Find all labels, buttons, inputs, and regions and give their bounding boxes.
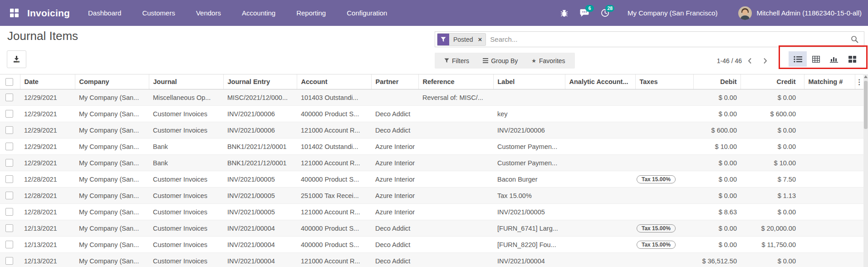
row-checkbox[interactable] bbox=[5, 257, 13, 265]
cell-label: [FURN_6741] Larg... bbox=[493, 220, 565, 237]
nav-item-customers[interactable]: Customers bbox=[142, 9, 175, 17]
column-header-company[interactable]: Company bbox=[75, 74, 149, 89]
app-title[interactable]: Invoicing bbox=[27, 8, 70, 19]
nav-item-accounting[interactable]: Accounting bbox=[242, 9, 275, 17]
search-input[interactable]: Search... bbox=[490, 35, 851, 43]
apps-menu-icon[interactable] bbox=[6, 5, 22, 21]
cell-matching bbox=[804, 188, 855, 204]
row-checkbox[interactable] bbox=[5, 208, 13, 216]
column-header-journal[interactable]: Journal bbox=[149, 74, 223, 89]
kanban-view-button[interactable] bbox=[843, 51, 861, 67]
cell-taxes bbox=[635, 204, 693, 220]
table-row[interactable]: 12/28/2021My Company (San...Customer Inv… bbox=[0, 188, 863, 204]
cell-label bbox=[493, 89, 565, 106]
pager-previous-icon[interactable] bbox=[742, 53, 757, 69]
row-checkbox[interactable] bbox=[5, 159, 13, 167]
cell-partner: Azure Interior bbox=[371, 155, 418, 171]
search-icon[interactable] bbox=[851, 35, 858, 43]
cell-label: Customer Paymen... bbox=[493, 138, 565, 155]
cell-journal: Miscellaneous Op... bbox=[149, 89, 223, 106]
table-row[interactable]: 12/28/2021My Company (San...Customer Inv… bbox=[0, 204, 863, 220]
column-header-account[interactable]: Account bbox=[297, 74, 371, 89]
column-header-taxes[interactable]: Taxes bbox=[635, 74, 693, 89]
vertical-scrollbar[interactable] bbox=[863, 74, 868, 267]
table-row[interactable]: 12/29/2021My Company (San...Miscellaneou… bbox=[0, 89, 863, 106]
table-row[interactable]: 12/29/2021My Company (San...BankBNK1/202… bbox=[0, 155, 863, 171]
optional-columns-toggle-icon[interactable]: ⋮ bbox=[855, 74, 863, 89]
row-checkbox[interactable] bbox=[5, 224, 13, 232]
row-checkbox[interactable] bbox=[5, 126, 13, 134]
select-all-checkbox[interactable] bbox=[5, 78, 13, 86]
messages-icon[interactable]: 6 bbox=[580, 9, 589, 17]
cell-reference bbox=[418, 122, 493, 138]
favorites-button[interactable]: ★ Favorites bbox=[525, 53, 572, 69]
column-header-reference[interactable]: Reference bbox=[418, 74, 493, 89]
column-header-date[interactable]: Date bbox=[20, 74, 75, 89]
group-by-button[interactable]: Group By bbox=[476, 53, 525, 69]
cell-journal: Customer Invoices bbox=[149, 237, 223, 253]
cell-matching bbox=[804, 220, 855, 237]
search-bar[interactable]: Posted × Search... bbox=[435, 31, 864, 47]
cell-journal: Customer Invoices bbox=[149, 171, 223, 188]
filters-button[interactable]: Filters bbox=[437, 53, 476, 69]
debug-bug-icon[interactable] bbox=[560, 9, 568, 17]
list-view-button[interactable] bbox=[789, 51, 807, 67]
scrollbar-thumb[interactable] bbox=[864, 81, 868, 129]
cell-reference bbox=[418, 204, 493, 220]
column-header-debit[interactable]: Debit bbox=[693, 74, 740, 89]
facet-remove-icon[interactable]: × bbox=[477, 34, 486, 45]
row-checkbox[interactable] bbox=[5, 241, 13, 248]
cell-options bbox=[855, 253, 863, 267]
cell-reference bbox=[418, 237, 493, 253]
export-button[interactable] bbox=[7, 50, 26, 68]
cell-debit: $ 0.00 bbox=[693, 237, 740, 253]
row-checkbox[interactable] bbox=[5, 143, 13, 150]
cell-select bbox=[0, 106, 20, 122]
cell-date: 12/29/2021 bbox=[20, 89, 75, 106]
cell-analytic bbox=[565, 155, 635, 171]
table-row[interactable]: 12/29/2021My Company (San...Customer Inv… bbox=[0, 106, 863, 122]
nav-item-reporting[interactable]: Reporting bbox=[296, 9, 326, 17]
row-checkbox[interactable] bbox=[5, 192, 13, 199]
table-row[interactable]: 12/29/2021My Company (San...BankBNK1/202… bbox=[0, 138, 863, 155]
cell-account: 121000 Account R... bbox=[297, 253, 371, 267]
nav-item-dashboard[interactable]: Dashboard bbox=[88, 9, 121, 17]
graph-view-button[interactable] bbox=[825, 51, 843, 67]
cell-partner bbox=[371, 89, 418, 106]
row-checkbox[interactable] bbox=[5, 175, 13, 183]
cell-label: INV/2021/00006 bbox=[493, 122, 565, 138]
column-header-partner[interactable]: Partner bbox=[371, 74, 418, 89]
cell-taxes bbox=[635, 155, 693, 171]
group-by-label: Group By bbox=[491, 57, 518, 64]
nav-item-vendors[interactable]: Vendors bbox=[196, 9, 221, 17]
table-row[interactable]: 12/28/2021My Company (San...Customer Inv… bbox=[0, 171, 863, 188]
cell-options bbox=[855, 155, 863, 171]
star-icon: ★ bbox=[531, 58, 536, 64]
table-row[interactable]: 12/13/2021My Company (San...Customer Inv… bbox=[0, 220, 863, 237]
column-header-journal_entry[interactable]: Journal Entry bbox=[223, 74, 297, 89]
column-header-label[interactable]: Label bbox=[493, 74, 565, 89]
user-menu[interactable]: Mitchell Admin (11862340-15-0-all) bbox=[738, 6, 862, 20]
cell-options bbox=[855, 204, 863, 220]
table-row[interactable]: 12/13/2021My Company (San...Customer Inv… bbox=[0, 237, 863, 253]
pager-range: 1-46 / 46 bbox=[681, 57, 742, 64]
table-row[interactable]: 12/29/2021My Company (San...Customer Inv… bbox=[0, 122, 863, 138]
cell-select bbox=[0, 155, 20, 171]
cell-matching bbox=[804, 253, 855, 267]
nav-item-configuration[interactable]: Configuration bbox=[347, 9, 387, 17]
column-header-matching[interactable]: Matching # bbox=[804, 74, 855, 89]
cell-credit: $ 11,750.00 bbox=[740, 237, 804, 253]
column-header-credit[interactable]: Credit bbox=[740, 74, 804, 89]
pivot-view-button[interactable] bbox=[807, 51, 825, 67]
cell-label: Tax 15.00% bbox=[493, 188, 565, 204]
company-switcher[interactable]: My Company (San Francisco) bbox=[628, 9, 717, 17]
cell-analytic bbox=[565, 171, 635, 188]
scroll-up-arrow-icon[interactable] bbox=[864, 75, 868, 78]
row-checkbox[interactable] bbox=[5, 110, 13, 118]
row-checkbox[interactable] bbox=[5, 94, 13, 101]
activities-clock-icon[interactable]: 28 bbox=[601, 9, 609, 17]
cell-credit: $ 7.50 bbox=[740, 171, 804, 188]
table-row[interactable]: 12/13/2021My Company (San...Customer Inv… bbox=[0, 253, 863, 267]
pager-next-icon[interactable] bbox=[757, 53, 773, 69]
column-header-analytic[interactable]: Analytic Account... bbox=[565, 74, 635, 89]
